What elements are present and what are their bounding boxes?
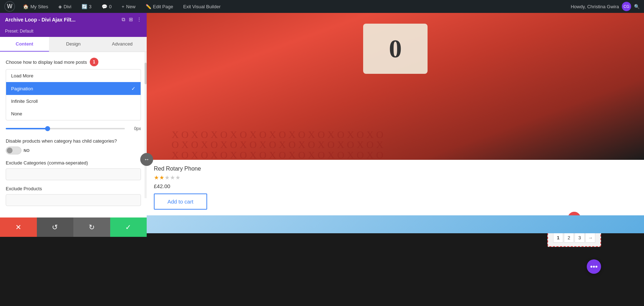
svg-text:X O X O X O X O X O X O X O X : X O X O X O X O X O X O X O X O X O X O … xyxy=(172,149,384,160)
left-panel-wrapper: Archive Loop - Divi Ajax Filt... ⧉ ⊞ ⋮ P… xyxy=(0,13,147,306)
redo-icon: ↻ xyxy=(89,223,95,231)
product-name: Red Rotary Phone xyxy=(154,166,637,172)
exclude-categories-label: Exclude Categories (comma-seperated) xyxy=(6,160,141,166)
panel-header-icons: ⧉ ⊞ ⋮ xyxy=(122,16,142,23)
comments-icon: 💬 xyxy=(102,4,107,9)
star-1: ★ xyxy=(154,174,159,181)
avatar[interactable]: CG xyxy=(622,2,631,11)
panel-header: Archive Loop - Divi Ajax Filt... ⧉ ⊞ ⋮ xyxy=(0,13,147,26)
disable-products-toggle-row: Disable products when category has child… xyxy=(6,138,141,154)
product-rating: ★ ★ ★ ★ ★ xyxy=(154,174,637,181)
confirm-button[interactable]: ✓ xyxy=(110,217,147,237)
exit-visual-builder-button[interactable]: Exit Visual Builder xyxy=(181,0,223,13)
star-3: ★ xyxy=(165,174,170,181)
panel-bottom-buttons: ✕ ↺ ↻ ✓ xyxy=(0,217,147,237)
exclude-products-input[interactable] xyxy=(6,194,141,206)
pagination-controls: 1 2 3 → xyxy=(553,233,595,243)
updates-icon: 🔄 xyxy=(82,4,87,9)
page-button-3[interactable]: 3 xyxy=(575,233,585,243)
more-options-icon[interactable]: ⋮ xyxy=(137,16,142,23)
admin-bar-right: Howdy, Christina Gwira CG 🔍 xyxy=(571,2,640,11)
product-price: £42.00 xyxy=(154,183,637,189)
product-card: X O X O X O X O X O X O X O X O X O X O … xyxy=(147,13,644,215)
undo-icon: ↺ xyxy=(52,223,58,231)
exclude-categories-input[interactable] xyxy=(6,168,141,180)
bottom-strip-image xyxy=(147,215,644,233)
toggle-switch: NO xyxy=(6,147,141,154)
check-icon: ✓ xyxy=(131,86,136,91)
redo-button[interactable]: ↻ xyxy=(73,217,110,237)
panel-scrollbar xyxy=(145,52,147,198)
load-more-label-text: Choose how to display load more posts xyxy=(6,59,87,65)
toggle-state-label: NO xyxy=(24,148,30,153)
dropdown-item-pagination[interactable]: Pagination ✓ xyxy=(6,82,141,95)
undo-button[interactable]: ↺ xyxy=(37,217,74,237)
slider-thumb[interactable] xyxy=(45,126,50,131)
home-icon: 🏠 xyxy=(23,4,29,9)
step-badge-1: 1 xyxy=(90,58,98,66)
dropdown-item-infinite-scroll[interactable]: Infinite Scroll xyxy=(6,95,141,107)
product-info: Red Rotary Phone ★ ★ ★ ★ ★ £42.00 Add to… xyxy=(147,160,644,215)
copy-icon[interactable]: ⧉ xyxy=(122,16,125,23)
star-2: ★ xyxy=(159,174,164,181)
toggle-track[interactable] xyxy=(6,147,21,154)
user-greeting: Howdy, Christina Gwira xyxy=(571,4,619,9)
add-to-cart-button[interactable]: Add to cart xyxy=(154,193,207,210)
slider-track[interactable] xyxy=(6,128,125,129)
collapse-panel-button[interactable]: ↔ xyxy=(140,153,153,166)
cancel-button[interactable]: ✕ xyxy=(0,217,37,237)
edit-page-label: Edit Page xyxy=(153,4,173,9)
panel-preset-bar: Preset: Default xyxy=(0,26,147,37)
my-sites-menu[interactable]: 🏠 My Sites xyxy=(21,0,50,13)
my-sites-label: My Sites xyxy=(30,4,48,9)
new-menu[interactable]: + New xyxy=(119,0,138,13)
search-icon[interactable]: 🔍 xyxy=(634,4,640,9)
panel-body: Choose how to display load more posts 1 … xyxy=(0,52,147,217)
grid-icon[interactable]: ⊞ xyxy=(129,16,133,23)
divi-icon: ◈ xyxy=(58,4,62,9)
preset-label[interactable]: Preset: Default xyxy=(5,29,33,34)
bottom-strip xyxy=(147,215,644,233)
star-4: ★ xyxy=(170,174,175,181)
page-button-1[interactable]: 1 xyxy=(553,233,563,243)
edit-page-button[interactable]: ✏️ Edit Page xyxy=(143,0,175,13)
updates-menu[interactable]: 🔄 3 xyxy=(79,0,94,13)
svg-text:O X O X O X O X O X O X O X O : O X O X O X O X O X O X O X O X O X O X … xyxy=(172,139,384,150)
cancel-icon: ✕ xyxy=(15,223,21,231)
slider-value: 0px xyxy=(128,126,141,131)
toggle-knob xyxy=(7,148,13,153)
star-5: ★ xyxy=(175,174,180,181)
divi-label: Divi xyxy=(64,4,72,9)
exclude-categories-group: Exclude Categories (comma-seperated) xyxy=(6,160,141,186)
edit-icon: ✏️ xyxy=(146,4,151,9)
confirm-icon: ✓ xyxy=(125,223,131,231)
fab-button[interactable]: ••• xyxy=(587,259,601,274)
slider-row: 0px xyxy=(6,126,141,131)
wp-logo-button[interactable]: W xyxy=(4,1,15,12)
page-next-button[interactable]: → xyxy=(585,233,595,243)
dropdown-item-none[interactable]: None xyxy=(6,107,141,120)
admin-bar: W 🏠 My Sites ◈ Divi 🔄 3 💬 0 + New ✏️ Edi… xyxy=(0,0,644,13)
product-image: X O X O X O X O X O X O X O X O X O X O … xyxy=(147,13,644,160)
updates-count: 3 xyxy=(89,4,92,9)
tab-content[interactable]: Content xyxy=(0,37,49,52)
page-button-2[interactable]: 2 xyxy=(564,233,574,243)
left-panel: Archive Loop - Divi Ajax Filt... ⧉ ⊞ ⋮ P… xyxy=(0,13,147,237)
tab-advanced[interactable]: Advanced xyxy=(98,37,147,52)
disable-products-label: Disable products when category has child… xyxy=(6,138,141,144)
main-area: Archive Loop - Divi Ajax Filt... ⧉ ⊞ ⋮ P… xyxy=(0,13,644,306)
exit-builder-label: Exit Visual Builder xyxy=(183,4,221,9)
exclude-products-group: Exclude Products xyxy=(6,186,141,212)
dropdown-item-load-more[interactable]: Load More xyxy=(6,70,141,82)
comments-count: 0 xyxy=(109,4,112,9)
divi-menu[interactable]: ◈ Divi xyxy=(56,0,74,13)
tab-design[interactable]: Design xyxy=(49,37,98,52)
slider-fill xyxy=(6,128,48,129)
right-canvas: X O X O X O X O X O X O X O X O X O X O … xyxy=(147,13,644,306)
exclude-products-label: Exclude Products xyxy=(6,186,141,191)
svg-text:X O X O X O X O X O X O X O X : X O X O X O X O X O X O X O X O X O X O … xyxy=(172,129,384,140)
load-more-dropdown[interactable]: Load More Pagination ✓ Infinite Scroll N… xyxy=(6,69,141,120)
load-more-setting-label: Choose how to display load more posts 1 xyxy=(6,58,141,66)
comments-menu[interactable]: 💬 0 xyxy=(99,0,114,13)
new-label: New xyxy=(126,4,136,9)
